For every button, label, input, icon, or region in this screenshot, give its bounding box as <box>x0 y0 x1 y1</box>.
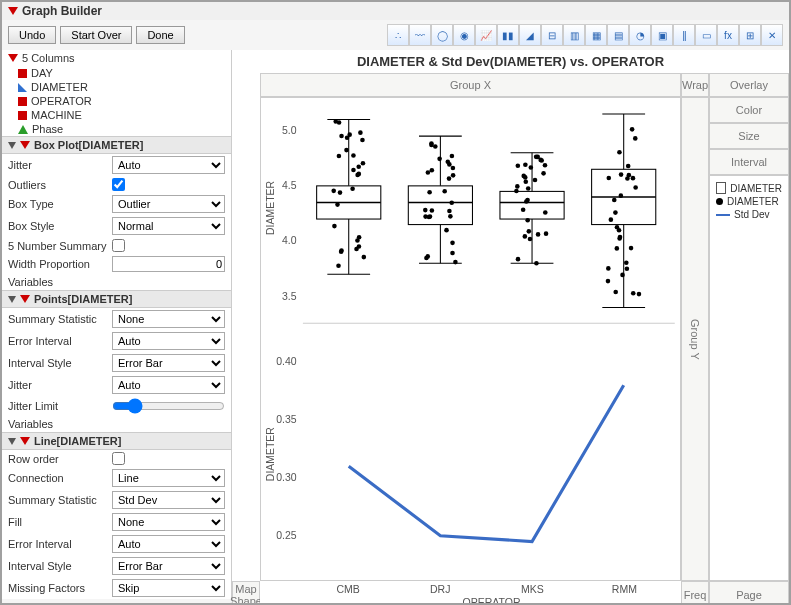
freq-zone[interactable]: Freq <box>681 581 709 605</box>
svg-point-25 <box>356 164 361 169</box>
column-operator[interactable]: OPERATOR <box>2 94 231 108</box>
boxplot-icon[interactable]: ⊟ <box>541 24 563 46</box>
svg-point-67 <box>444 228 449 233</box>
line-fill-combo[interactable]: None <box>112 513 225 531</box>
bar-icon[interactable]: ▮▮ <box>497 24 519 46</box>
svg-point-103 <box>516 163 521 168</box>
line-roworder-check[interactable] <box>112 452 125 465</box>
svg-rect-77 <box>500 191 564 219</box>
points-jitterlimit-slider[interactable] <box>112 398 225 414</box>
app-title: Graph Builder <box>22 4 102 18</box>
line-icon[interactable]: 📈 <box>475 24 497 46</box>
smoother-icon[interactable]: 〰 <box>409 24 431 46</box>
groupy-zone[interactable]: Group Y <box>681 97 709 581</box>
columns-header[interactable]: 5 Columns <box>2 50 231 66</box>
column-machine[interactable]: MACHINE <box>2 108 231 122</box>
svg-point-106 <box>529 165 534 170</box>
points-intstyle-combo[interactable]: Error Bar <box>112 354 225 372</box>
y-axis-zone[interactable] <box>232 97 260 581</box>
column-day[interactable]: DAY <box>2 66 231 80</box>
diag-icon[interactable]: ✕ <box>761 24 783 46</box>
boxplot-widthprop-input[interactable] <box>112 256 225 272</box>
nominal-icon <box>18 69 27 78</box>
overlay-zone[interactable]: Overlay <box>709 73 789 97</box>
interval-zone[interactable]: Interval <box>709 149 789 175</box>
boxplot-jitter-combo[interactable]: Auto <box>112 156 225 174</box>
legend-open-square-icon <box>716 182 726 194</box>
svg-point-61 <box>430 168 435 173</box>
svg-point-136 <box>633 185 638 190</box>
boxplot-section[interactable]: Box Plot[DIAMETER] <box>2 136 231 154</box>
line-intstyle-combo[interactable]: Error Bar <box>112 557 225 575</box>
svg-point-54 <box>429 141 434 146</box>
pie-icon[interactable]: ◔ <box>629 24 651 46</box>
svg-point-52 <box>430 208 435 213</box>
svg-point-116 <box>633 136 638 141</box>
formula-icon[interactable]: fx <box>717 24 739 46</box>
svg-text:0.25: 0.25 <box>276 530 297 541</box>
points-errint-combo[interactable]: Auto <box>112 332 225 350</box>
svg-point-27 <box>360 138 365 143</box>
svg-text:DIAMETER: DIAMETER <box>265 427 276 482</box>
line-section[interactable]: Line[DIAMETER] <box>2 432 231 450</box>
disclosure-icon[interactable] <box>8 7 18 15</box>
svg-point-26 <box>345 135 350 140</box>
svg-point-30 <box>361 161 366 166</box>
mapshape-zone[interactable]: Map Shape <box>232 581 260 605</box>
column-diameter[interactable]: DIAMETER <box>2 80 231 94</box>
svg-point-72 <box>451 166 456 171</box>
done-button[interactable]: Done <box>136 26 184 44</box>
svg-point-51 <box>437 157 442 162</box>
svg-point-133 <box>625 266 630 271</box>
columns-disclosure-icon <box>8 54 18 62</box>
wrap-zone[interactable]: Wrap <box>681 73 709 97</box>
line-errint-combo[interactable]: Auto <box>112 535 225 553</box>
scatter-icon[interactable]: ∴ <box>387 24 409 46</box>
map-icon[interactable]: ⊞ <box>739 24 761 46</box>
continuous-icon <box>18 83 27 92</box>
svg-point-48 <box>453 260 458 265</box>
svg-point-100 <box>543 163 548 168</box>
contour-icon[interactable]: ◉ <box>453 24 475 46</box>
svg-text:4.5: 4.5 <box>282 180 297 191</box>
svg-point-130 <box>613 290 618 295</box>
section-disclosure-icon <box>8 142 16 149</box>
x-axis-zone[interactable]: CMBDRJMKSRMMOPERATOR <box>260 581 681 605</box>
svg-point-121 <box>606 279 611 284</box>
legend-dot-icon <box>716 198 723 205</box>
page-zone[interactable]: Page <box>709 581 789 605</box>
color-zone[interactable]: Color <box>709 97 789 123</box>
boxplot-fivenum-check[interactable] <box>112 239 125 252</box>
parallel-icon[interactable]: ‖ <box>673 24 695 46</box>
boxplot-boxstyle-combo[interactable]: Normal <box>112 217 225 235</box>
column-phase[interactable]: Phase <box>2 122 231 136</box>
groupx-zone[interactable]: Group X <box>260 73 681 97</box>
treemap-icon[interactable]: ▣ <box>651 24 673 46</box>
svg-point-93 <box>515 184 520 189</box>
svg-text:CMB: CMB <box>336 584 360 595</box>
caption-icon[interactable]: ▭ <box>695 24 717 46</box>
line-sumstat-combo[interactable]: Std Dev <box>112 491 225 509</box>
heatmap-icon[interactable]: ▦ <box>585 24 607 46</box>
size-zone[interactable]: Size <box>709 123 789 149</box>
undo-button[interactable]: Undo <box>8 26 56 44</box>
nominal-icon <box>18 97 27 106</box>
boxplot-outliers-check[interactable] <box>112 178 125 191</box>
svg-point-95 <box>528 237 533 242</box>
svg-point-119 <box>624 260 629 265</box>
svg-point-115 <box>615 246 620 251</box>
plot-zone[interactable]: 3.54.04.55.0DIAMETER0.250.300.350.40DIAM… <box>260 97 681 581</box>
points-jitter-combo[interactable]: Auto <box>112 376 225 394</box>
boxplot-boxtype-combo[interactable]: Outlier <box>112 195 225 213</box>
start-over-button[interactable]: Start Over <box>60 26 132 44</box>
histogram-icon[interactable]: ▥ <box>563 24 585 46</box>
svg-text:4.0: 4.0 <box>282 235 297 246</box>
line-missfac-combo[interactable]: Skip <box>112 579 225 597</box>
mosaic-icon[interactable]: ▤ <box>607 24 629 46</box>
ellipse-icon[interactable]: ◯ <box>431 24 453 46</box>
svg-point-11 <box>362 255 367 260</box>
line-connection-combo[interactable]: Line <box>112 469 225 487</box>
area-icon[interactable]: ◢ <box>519 24 541 46</box>
points-sumstat-combo[interactable]: None <box>112 310 225 328</box>
points-section[interactable]: Points[DIAMETER] <box>2 290 231 308</box>
